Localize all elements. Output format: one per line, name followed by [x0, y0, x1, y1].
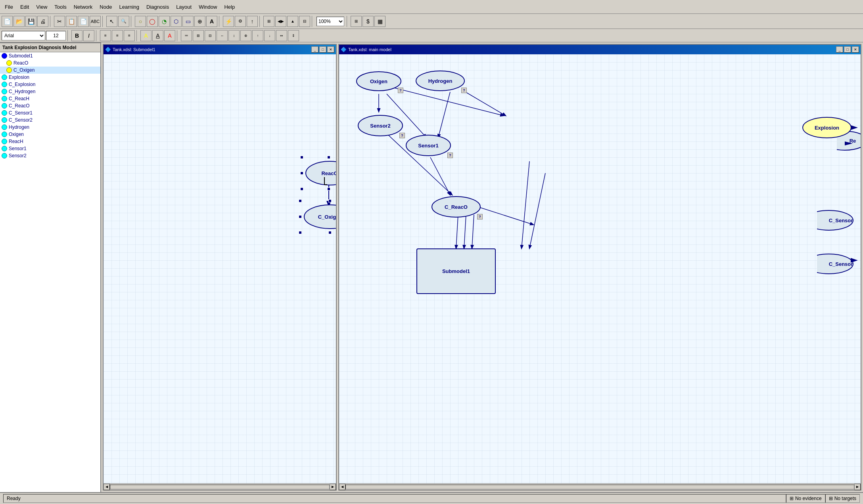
submodel-scroll-left[interactable]: ◀ [104, 484, 110, 490]
c-oxigen-handle-tl[interactable] [299, 199, 302, 202]
hex-tool[interactable]: ⬡ [171, 16, 182, 27]
main-close-btn[interactable]: ✕ [852, 46, 859, 53]
node-arrange3[interactable]: ↔ [217, 30, 228, 41]
nav-tool4[interactable]: ⊟ [299, 16, 310, 27]
c-sensor-partial-node[interactable]: C_Sensor [817, 209, 861, 232]
submodel-minimize-btn[interactable]: _ [311, 46, 318, 53]
align-right-button[interactable]: ≡ [124, 30, 135, 41]
rect-tool[interactable]: ▭ [182, 16, 194, 27]
save-button[interactable]: 💾 [25, 16, 36, 27]
c-oxigen-handle-bl[interactable] [299, 231, 302, 234]
open-button[interactable]: 📂 [13, 16, 25, 27]
submodel-maximize-btn[interactable]: □ [319, 46, 326, 53]
dollar-button[interactable]: $ [362, 16, 374, 27]
submodel-scrolltrack[interactable] [110, 485, 330, 489]
highlight-button[interactable]: A [140, 30, 152, 41]
align-center-button[interactable]: ≡ [112, 30, 123, 41]
sidebar-item-hydrogen[interactable]: Hydrogen [0, 124, 100, 131]
main-scrolltrack[interactable] [345, 485, 854, 489]
c-oxigen-node-container[interactable]: C_Oxigen ? [300, 201, 336, 233]
c-oxigen-handle-tc[interactable] [328, 199, 332, 202]
italic-button[interactable]: I [83, 30, 94, 41]
nav-tool3[interactable]: ▲ [287, 16, 298, 27]
menu-file[interactable]: File [2, 2, 16, 11]
link-tool[interactable]: ⚡ [223, 16, 234, 27]
sensor2-node[interactable]: Sensor2 ? [357, 114, 404, 137]
explosion-node[interactable]: Explosion [801, 116, 853, 139]
new-button[interactable]: 📄 [2, 16, 13, 27]
node-arrange7[interactable]: ↓ [264, 30, 275, 41]
cut-button[interactable]: ✂ [54, 16, 65, 27]
ellipse-tool[interactable]: ○ [135, 16, 146, 27]
c-oxigen-handle-bc[interactable] [328, 231, 332, 234]
sidebar-item-submodel1[interactable]: Submodel1 [0, 52, 100, 59]
gear-tool[interactable]: ⚙ [235, 16, 246, 27]
underline-button[interactable]: A [152, 30, 163, 41]
submodel-hscrollbar[interactable]: ◀ ▶ [104, 483, 336, 490]
oxigen-info-badge[interactable]: ? [398, 88, 403, 93]
nav-tool2[interactable]: ◀▶ [275, 16, 286, 27]
main-hscrollbar[interactable]: ◀ ▶ [339, 483, 861, 490]
font-name-select[interactable]: Arial [2, 31, 45, 40]
font-size-input[interactable] [46, 31, 66, 40]
oxigen-node[interactable]: Oxigen ? [355, 70, 403, 92]
sidebar-item-sensor1[interactable]: Sensor1 [0, 145, 100, 152]
submodel-close-btn[interactable]: ✕ [327, 46, 334, 53]
find-button[interactable]: ABC [90, 16, 101, 27]
main-scroll-left[interactable]: ◀ [339, 484, 345, 490]
sidebar-item-c-hydrogen[interactable]: C_Hydrogen [0, 88, 100, 95]
zoom-select[interactable]: 100% 75% 50% 150% [316, 17, 344, 26]
sidebar-item-c-sensor1[interactable]: C_Sensor1 [0, 109, 100, 116]
menu-layout[interactable]: Layout [173, 2, 195, 11]
copy-button[interactable]: 📋 [66, 16, 77, 27]
up-tool[interactable]: ↑ [247, 16, 258, 27]
menu-window[interactable]: Window [196, 2, 220, 11]
handle-ml[interactable] [300, 172, 303, 175]
node-arrange8[interactable]: ⇔ [276, 30, 287, 41]
align-left-button[interactable]: ≡ [100, 30, 111, 41]
main-canvas[interactable]: Oxigen ? Hydrogen ? Re [339, 54, 861, 483]
print-button[interactable]: 🖨 [37, 16, 48, 27]
submodel1-rect-node[interactable]: Submodel1 [416, 248, 496, 294]
main-maximize-btn[interactable]: □ [844, 46, 851, 53]
pin-tool[interactable]: ⊕ [194, 16, 205, 27]
sidebar-item-c-sensor2[interactable]: C_Sensor2 [0, 116, 100, 124]
zoom-tool[interactable]: 🔍 [118, 16, 129, 27]
sidebar-item-reacH[interactable]: ReacH [0, 138, 100, 145]
sidebar-item-reaco[interactable]: ReacO [0, 59, 100, 67]
menu-edit[interactable]: Edit [17, 2, 32, 11]
main-minimize-btn[interactable]: _ [836, 46, 843, 53]
font-color-button[interactable]: A [164, 30, 175, 41]
sensor1-info-badge[interactable]: ? [447, 153, 453, 158]
sidebar-item-c-explosion[interactable]: C_Explosion [0, 81, 100, 88]
node-arrange9[interactable]: ⇕ [288, 30, 299, 41]
c-oxigen-node[interactable]: C_Oxigen ? [302, 203, 336, 230]
sensor2-info-badge[interactable]: ? [399, 133, 405, 138]
submodel-canvas[interactable]: ReacO ? [104, 54, 336, 483]
node-arrange1[interactable]: ⊞ [193, 30, 204, 41]
circle-tool[interactable]: ◯ [147, 16, 158, 27]
menu-network[interactable]: Network [71, 2, 96, 11]
sidebar-item-oxigen[interactable]: Oxigen [0, 131, 100, 138]
menu-tools[interactable]: Tools [51, 2, 69, 11]
sidebar-item-c-oxigen[interactable]: C_Oxigen [0, 67, 100, 74]
arc-tool[interactable]: ◔ [159, 16, 170, 27]
handle-bc[interactable] [327, 187, 330, 191]
handle-tl[interactable] [300, 156, 303, 159]
nav-tool1[interactable]: ⊞ [263, 16, 274, 27]
node-arrange4[interactable]: ↕ [228, 30, 240, 41]
sidebar-item-c-reaco[interactable]: C_ReacO [0, 102, 100, 109]
sidebar-item-c-reachH[interactable]: C_ReacH [0, 95, 100, 102]
paste-button[interactable]: 📄 [78, 16, 89, 27]
sidebar-item-explosion[interactable]: Explosion [0, 74, 100, 81]
submodel-scroll-right[interactable]: ▶ [330, 484, 336, 490]
c-oxigen-handle-ml[interactable] [299, 215, 302, 218]
c-reaco-main-node[interactable]: C_ReacO ? [430, 195, 482, 219]
line-style-button[interactable]: ═ [181, 30, 192, 41]
hydrogen-node[interactable]: Hydrogen ? [414, 69, 466, 92]
main-scroll-right[interactable]: ▶ [854, 484, 861, 490]
node-arrange2[interactable]: ⊟ [205, 30, 216, 41]
node-arrange6[interactable]: ↑ [252, 30, 263, 41]
sidebar-item-sensor2[interactable]: Sensor2 [0, 152, 100, 159]
menu-view[interactable]: View [33, 2, 50, 11]
